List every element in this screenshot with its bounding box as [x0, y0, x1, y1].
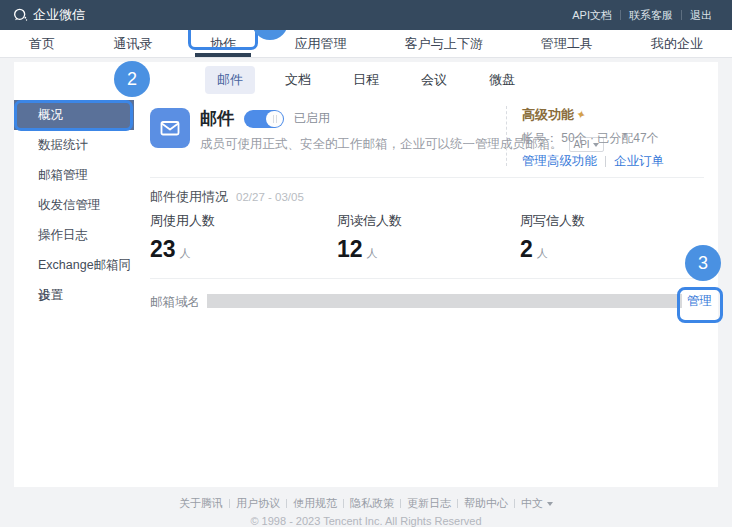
active-nav-underline: [195, 53, 251, 57]
usage-section-title-row: 邮件使用情况 02/27 - 03/05: [150, 188, 304, 206]
nav-item-collaboration-label: 协作: [210, 35, 236, 53]
sidebar-item-statistics[interactable]: 数据统计: [14, 130, 134, 160]
mail-header: 邮件 已启用: [200, 107, 330, 130]
changelog-link[interactable]: 更新日志: [401, 496, 457, 511]
stat-weekly-readers: 周读信人数 12 人: [337, 212, 402, 263]
language-label: 中文: [521, 496, 543, 511]
help-center-link[interactable]: 帮助中心: [458, 496, 514, 511]
stat-unit: 人: [180, 246, 191, 261]
nav-item-my-company[interactable]: 我的企业: [641, 30, 713, 57]
tab-docs[interactable]: 文档: [273, 66, 323, 94]
about-tencent-link[interactable]: 关于腾讯: [173, 496, 229, 511]
language-selector[interactable]: 中文: [515, 496, 559, 511]
annotation-badge-3: 3: [685, 245, 721, 281]
footer-links: 关于腾讯 用户协议 使用规范 隐私政策 更新日志 帮助中心 中文: [0, 496, 732, 511]
wecom-admin-screen: 企业微信 API文档 联系客服 退出 首页 通讯录 协作 1 应用管理 客户与上…: [0, 0, 732, 527]
stat-weekly-writers: 周写信人数 2 人: [520, 212, 585, 263]
stat-label: 周读信人数: [337, 212, 402, 230]
mail-title: 邮件: [200, 107, 234, 130]
footer: 关于腾讯 用户协议 使用规范 隐私政策 更新日志 帮助中心 中文 © 1998 …: [0, 496, 732, 527]
nav-item-admin-tools[interactable]: 管理工具: [531, 30, 603, 57]
premium-links-row: 管理高级功能 企业订单: [522, 153, 664, 170]
sidebar: 概况 数据统计 邮箱管理 收发信管理 操作日志 Exchange邮箱同步 设置: [14, 100, 134, 487]
stat-weekly-users: 周使用人数 23 人: [150, 212, 215, 263]
redacted-domain-value: [207, 294, 682, 308]
usage-rules-link[interactable]: 使用规范: [287, 496, 343, 511]
company-orders-link[interactable]: 企业订单: [614, 153, 664, 170]
logo-text: 企业微信: [33, 6, 85, 24]
chat-bubble-icon: [12, 7, 28, 23]
manage-premium-link[interactable]: 管理高级功能: [522, 153, 597, 170]
stat-label: 周写信人数: [520, 212, 585, 230]
primary-nav: 首页 通讯录 协作 1 应用管理 客户与上下游 管理工具 我的企业: [0, 30, 732, 58]
nav-item-customers[interactable]: 客户与上下游: [395, 30, 493, 57]
tab-calendar[interactable]: 日程: [341, 66, 391, 94]
main-content: 邮件 已启用 成员可使用正式、安全的工作邮箱，企业可以统一管理成员邮箱。 API…: [134, 100, 718, 487]
user-agreement-link[interactable]: 用户协议: [230, 496, 286, 511]
top-bar: 企业微信 API文档 联系客服 退出: [0, 0, 732, 30]
logout-link[interactable]: 退出: [682, 8, 720, 23]
mail-enabled-toggle[interactable]: [244, 110, 284, 128]
content-panel: 邮件 文档 日程 会议 微盘 概况 数据统计 邮箱管理 收发信管理 操作日志 E…: [14, 62, 718, 487]
sidebar-item-operation-log[interactable]: 操作日志: [14, 220, 134, 250]
contact-support-link[interactable]: 联系客服: [621, 8, 681, 23]
premium-features-block: 高级功能 ✦ 帐号： 50个 · 已分配47个 管理高级功能 企业订单: [506, 106, 664, 166]
stat-label: 周使用人数: [150, 212, 215, 230]
tab-meeting[interactable]: 会议: [409, 66, 459, 94]
sidebar-item-overview[interactable]: 概况: [14, 100, 134, 130]
premium-accounts-line: 帐号： 50个 · 已分配47个: [522, 130, 664, 147]
topbar-links: API文档 联系客服 退出: [564, 8, 720, 23]
stat-value: 2: [520, 236, 533, 263]
stat-value: 12: [337, 236, 363, 263]
divider: [605, 156, 606, 167]
privacy-policy-link[interactable]: 隐私政策: [344, 496, 400, 511]
manage-domain-link[interactable]: 管理: [687, 293, 712, 310]
usage-title: 邮件使用情况: [150, 188, 228, 206]
nav-item-apps[interactable]: 应用管理: [284, 30, 356, 57]
nav-item-contacts[interactable]: 通讯录: [103, 30, 162, 57]
premium-title: 高级功能: [522, 106, 574, 124]
stat-unit: 人: [537, 246, 548, 261]
wecom-logo[interactable]: 企业微信: [12, 6, 85, 24]
premium-title-row: 高级功能 ✦: [522, 106, 664, 124]
api-docs-link[interactable]: API文档: [564, 8, 620, 23]
sidebar-item-send-receive[interactable]: 收发信管理: [14, 190, 134, 220]
nav-item-home[interactable]: 首页: [19, 30, 65, 57]
copyright-line: © 1998 - 2023 Tencent Inc. All Rights Re…: [0, 515, 732, 527]
mail-status-label: 已启用: [294, 110, 330, 127]
usage-date-range: 02/27 - 03/05: [236, 191, 304, 203]
mail-app-icon: [150, 108, 190, 148]
annotation-badge-2: 2: [114, 61, 150, 97]
chevron-down-icon: [547, 502, 553, 506]
sidebar-item-settings[interactable]: 设置: [14, 280, 134, 310]
sparkle-icon: ✦: [575, 107, 588, 123]
nav-item-collaboration[interactable]: 协作 1: [200, 30, 246, 57]
domain-label: 邮箱域名: [150, 294, 200, 311]
divider: [150, 278, 704, 279]
toggle-knob: [266, 111, 283, 127]
stat-value: 23: [150, 236, 176, 263]
sidebar-item-mailbox-management[interactable]: 邮箱管理: [14, 160, 134, 190]
mail-domain-row: 邮箱域名 管理: [134, 290, 718, 314]
stat-unit: 人: [367, 246, 378, 261]
tab-drive[interactable]: 微盘: [477, 66, 527, 94]
tab-mail[interactable]: 邮件: [205, 66, 255, 94]
envelope-icon: [158, 116, 182, 140]
divider: [150, 177, 704, 178]
sidebar-item-exchange-sync[interactable]: Exchange邮箱同步: [14, 250, 134, 280]
